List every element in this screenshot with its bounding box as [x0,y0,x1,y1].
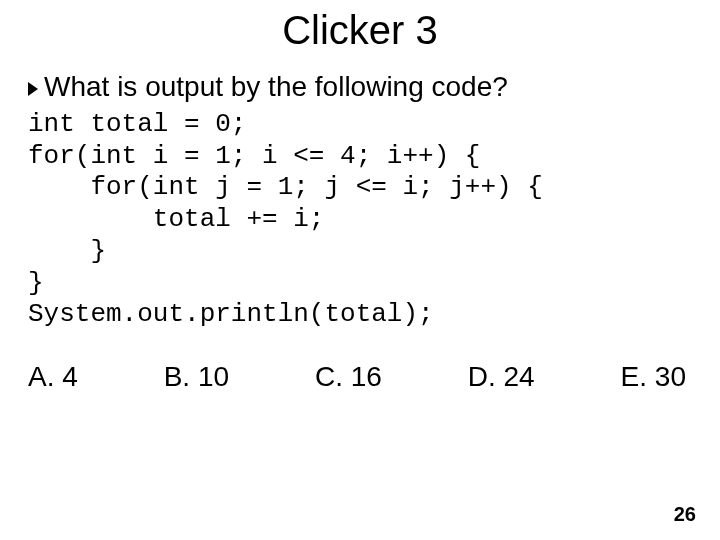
answer-row: A. 4 B. 10 C. 16 D. 24 E. 30 [28,361,692,393]
answer-b[interactable]: B. 10 [164,361,229,393]
question-text: What is output by the following code? [44,71,508,103]
bullet-icon [28,82,38,96]
page-title: Clicker 3 [28,8,692,53]
answer-c[interactable]: C. 16 [315,361,382,393]
code-block: int total = 0; for(int i = 1; i <= 4; i+… [28,109,692,331]
answer-d[interactable]: D. 24 [468,361,535,393]
answer-e[interactable]: E. 30 [621,361,686,393]
answer-a[interactable]: A. 4 [28,361,78,393]
page-number: 26 [674,503,696,526]
question-line: What is output by the following code? [28,71,692,103]
slide: Clicker 3 What is output by the followin… [0,0,720,540]
